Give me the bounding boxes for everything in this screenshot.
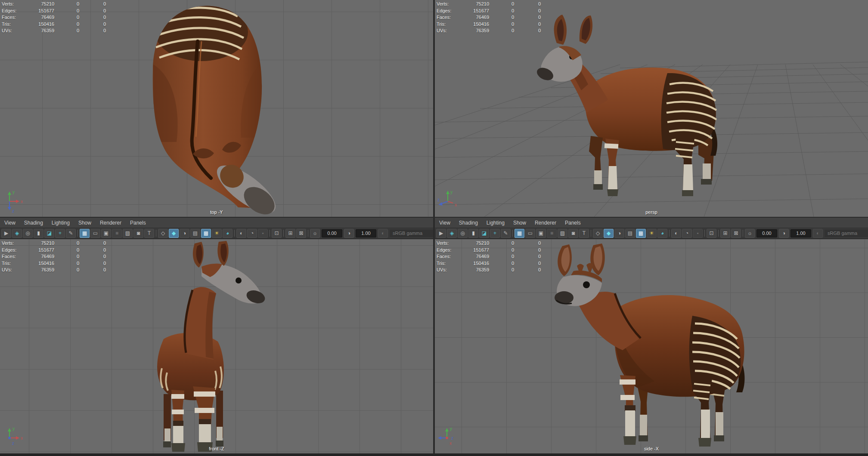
grease-pencil-icon[interactable]: ✎ xyxy=(66,229,76,238)
wireframe-icon[interactable]: ◇ xyxy=(158,229,168,238)
svg-text:x: x xyxy=(450,441,452,446)
separator xyxy=(703,229,706,237)
separator xyxy=(589,229,592,237)
image-plane-toggle-icon[interactable]: ⊞ xyxy=(720,229,730,238)
menu-item[interactable]: Show xyxy=(509,220,530,226)
contrast-icon[interactable]: ◑ xyxy=(779,229,789,238)
textured-icon[interactable]: ◑ xyxy=(180,229,189,238)
exposure-icon[interactable]: ☼ xyxy=(745,229,755,238)
resolution-gate-icon[interactable]: ▣ xyxy=(101,229,111,238)
safe-action-icon[interactable]: ◙ xyxy=(133,229,143,238)
viewport-top[interactable]: Verts: 75210 0 0 Edges: 151677 0 0 Faces… xyxy=(0,0,433,217)
texture-placement-icon[interactable]: ⊠ xyxy=(296,229,306,238)
ambient-occlusion-icon[interactable]: ◐ xyxy=(236,229,246,238)
ambient-occlusion-icon[interactable]: ◐ xyxy=(671,229,681,238)
hud-row: Tris: 150416 0 0 xyxy=(437,260,541,267)
isolate-select-icon[interactable]: ⊡ xyxy=(272,229,282,238)
default-material-icon[interactable]: ▤ xyxy=(190,229,200,238)
checker-icon[interactable]: ▩ xyxy=(201,229,211,238)
grid-toggle-icon[interactable]: ▦ xyxy=(80,229,90,238)
camera-settings-icon[interactable]: ◎ xyxy=(23,229,33,238)
hud-row: UVs: 76359 0 0 xyxy=(2,28,106,34)
gamma-icon[interactable]: ◐ xyxy=(813,229,823,238)
separator xyxy=(155,229,158,237)
safe-action-icon[interactable]: ◙ xyxy=(568,229,578,238)
grid-toggle-icon[interactable]: ▦ xyxy=(515,229,524,238)
menu-item[interactable]: Panels xyxy=(126,220,150,226)
shadows-icon[interactable]: ◕ xyxy=(223,229,232,238)
pan-zoom-icon[interactable]: + xyxy=(490,229,500,238)
checker-icon[interactable]: ▩ xyxy=(636,229,646,238)
textured-icon[interactable]: ◑ xyxy=(614,229,624,238)
motion-blur-icon[interactable]: ◔ xyxy=(247,229,257,238)
image-plane-icon[interactable]: ◪ xyxy=(479,229,489,238)
menu-item[interactable]: Renderer xyxy=(530,220,561,226)
menu-item[interactable]: Panels xyxy=(561,220,585,226)
resolution-gate-icon[interactable]: ▣ xyxy=(536,229,546,238)
image-plane-icon[interactable]: ◪ xyxy=(44,229,54,238)
exposure-field[interactable]: 0.00 xyxy=(756,229,777,237)
gate-mask-icon[interactable]: ■ xyxy=(547,229,557,238)
viewport-side[interactable]: Verts: 75210 0 0 Edges: 151677 0 0 Faces… xyxy=(435,239,868,453)
safe-title-icon[interactable]: T xyxy=(579,229,589,238)
menu-item[interactable]: Show xyxy=(74,220,96,226)
film-gate-icon[interactable]: ▭ xyxy=(90,229,100,238)
menu-item[interactable]: Renderer xyxy=(96,220,126,226)
camera-lock-icon[interactable]: ◈ xyxy=(12,229,22,238)
anti-alias-icon[interactable]: ▪ xyxy=(693,229,703,238)
exposure-field[interactable]: 0.00 xyxy=(322,229,342,237)
contrast-field[interactable]: 1.00 xyxy=(356,229,376,237)
panel-bar-left: ViewShadingLightingShowRendererPanels ▶◈… xyxy=(0,217,433,239)
svg-text:z: z xyxy=(451,436,453,441)
menu-item[interactable]: Shading xyxy=(455,220,482,226)
contrast-field[interactable]: 1.00 xyxy=(790,229,811,237)
menu-item[interactable]: Lighting xyxy=(482,220,509,226)
lights-icon[interactable]: ☀ xyxy=(212,229,222,238)
playblast-icon[interactable]: ▶ xyxy=(1,229,11,238)
shadows-icon[interactable]: ◕ xyxy=(657,229,667,238)
hud-row: Faces: 76469 0 0 xyxy=(2,14,106,21)
hud-row: Faces: 76469 0 0 xyxy=(437,253,541,260)
grease-pencil-icon[interactable]: ✎ xyxy=(501,229,511,238)
camera-settings-icon[interactable]: ◎ xyxy=(458,229,468,238)
separator xyxy=(233,229,236,237)
bookmark-icon[interactable]: ▮ xyxy=(34,229,43,238)
hud-row: Tris: 150416 0 0 xyxy=(2,260,106,267)
bookmark-icon[interactable]: ▮ xyxy=(468,229,478,238)
field-chart-icon[interactable]: ▨ xyxy=(123,229,133,238)
menu-item[interactable]: View xyxy=(435,220,455,226)
panel-menubar: ViewShadingLightingShowRendererPanels xyxy=(0,217,433,228)
texture-placement-icon[interactable]: ⊠ xyxy=(731,229,741,238)
menu-item[interactable]: View xyxy=(0,220,20,226)
viewport-persp[interactable]: Verts: 75210 0 0 Edges: 151677 0 0 Faces… xyxy=(435,0,868,217)
playblast-icon[interactable]: ▶ xyxy=(436,229,446,238)
gate-mask-icon[interactable]: ■ xyxy=(112,229,122,238)
default-material-icon[interactable]: ▤ xyxy=(625,229,635,238)
maya-four-view-workspace: Verts: 75210 0 0 Edges: 151677 0 0 Faces… xyxy=(0,0,868,456)
menu-item[interactable]: Shading xyxy=(20,220,47,226)
isolate-select-icon[interactable]: ⊡ xyxy=(707,229,716,238)
hud-row: UVs: 76359 0 0 xyxy=(437,28,541,34)
gamma-icon[interactable]: ◐ xyxy=(378,229,388,238)
field-chart-icon[interactable]: ▨ xyxy=(558,229,567,238)
hud-row: Edges: 151677 0 0 xyxy=(437,8,541,15)
menu-item[interactable]: Lighting xyxy=(47,220,74,226)
anti-alias-icon[interactable]: ▪ xyxy=(258,229,268,238)
wireframe-icon[interactable]: ◇ xyxy=(593,229,603,238)
smooth-shade-icon[interactable]: ◆ xyxy=(604,229,614,238)
contrast-icon[interactable]: ◑ xyxy=(344,229,354,238)
svg-text:y: y xyxy=(12,426,15,431)
poly-count-hud: Verts: 75210 0 0 Edges: 151677 0 0 Faces… xyxy=(2,1,106,34)
camera-lock-icon[interactable]: ◈ xyxy=(447,229,457,238)
viewport-front[interactable]: Verts: 75210 0 0 Edges: 151677 0 0 Faces… xyxy=(0,239,433,453)
panel-menubar: ViewShadingLightingShowRendererPanels xyxy=(435,217,868,228)
smooth-shade-icon[interactable]: ◆ xyxy=(169,229,179,238)
film-gate-icon[interactable]: ▭ xyxy=(525,229,535,238)
safe-title-icon[interactable]: T xyxy=(144,229,154,238)
pan-zoom-icon[interactable]: + xyxy=(55,229,65,238)
motion-blur-icon[interactable]: ◔ xyxy=(682,229,692,238)
exposure-icon[interactable]: ☼ xyxy=(310,229,320,238)
image-plane-toggle-icon[interactable]: ⊞ xyxy=(285,229,295,238)
colorspace-dropdown[interactable]: sRGB gamma xyxy=(825,230,868,237)
lights-icon[interactable]: ☀ xyxy=(647,229,657,238)
